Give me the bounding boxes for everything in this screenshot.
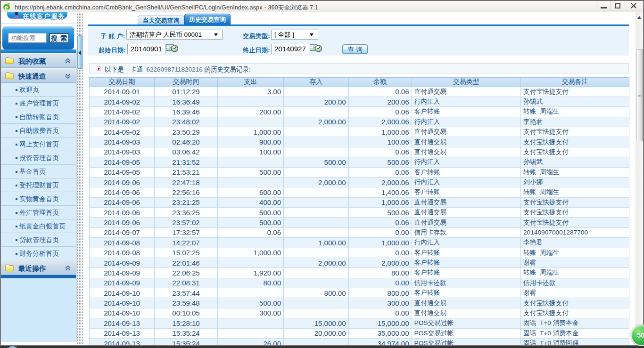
svg-text:e: e — [4, 4, 8, 11]
